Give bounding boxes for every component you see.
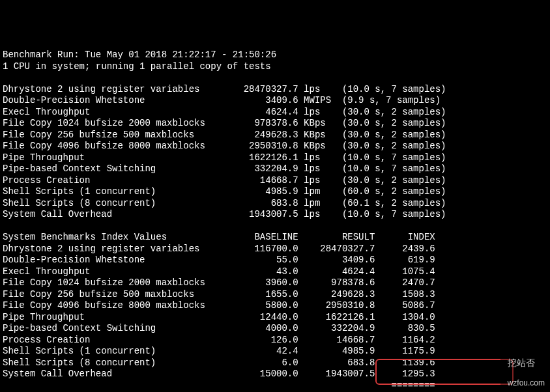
watermark-url: wzfou.com	[508, 378, 545, 387]
terminal-output: Benchmark Run: Tue May 01 2018 21:22:17 …	[3, 49, 547, 392]
watermark: 挖站否 wzfou.com	[500, 346, 547, 390]
watermark-cn: 挖站否	[508, 357, 535, 368]
